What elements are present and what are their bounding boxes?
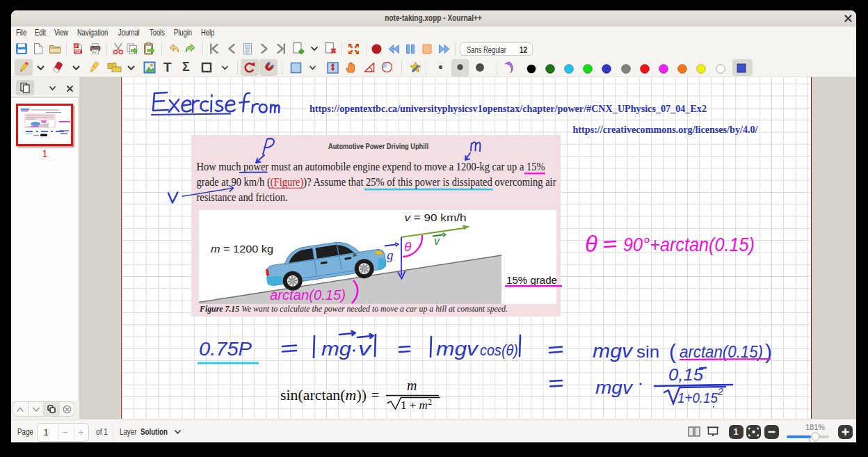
- svg-text:arctan(0.15): arctan(0.15): [270, 287, 346, 303]
- svg-text:1+0.15: 1+0.15: [677, 390, 718, 406]
- svg-text:mgv: mgv: [593, 341, 634, 362]
- svg-text:mgv: mgv: [436, 339, 479, 360]
- svg-text:Automotive Power Driving Uphil: Automotive Power Driving Uphill: [328, 142, 428, 150]
- svg-text:0,15: 0,15: [668, 365, 704, 384]
- svg-text:(: (: [669, 340, 676, 363]
- svg-text:PDF: PDF: [75, 50, 81, 54]
- svg-text:θ: θ: [585, 231, 597, 257]
- svg-text:sin(arctan(m)): sin(arctan(m)): [280, 387, 367, 403]
- svg-text:v: v: [434, 235, 440, 247]
- svg-text:m: m: [407, 378, 417, 393]
- svg-text:v = 90 km/h: v = 90 km/h: [404, 211, 466, 223]
- svg-text:How much power must an automob: How much power must an automobile engine…: [196, 160, 545, 173]
- svg-text:v: v: [358, 339, 372, 360]
- svg-text:=: =: [371, 387, 379, 403]
- svg-text:cos(θ): cos(θ): [480, 342, 518, 359]
- svg-text:sin: sin: [636, 342, 659, 361]
- svg-text:2: 2: [717, 386, 723, 397]
- svg-text:mgv: mgv: [595, 377, 634, 398]
- svg-text:90°+arctan(0.15): 90°+arctan(0.15): [623, 234, 755, 255]
- svg-text:grade at 90 km/h ((Figure))? A: grade at 90 km/h ((Figure))? Assume that…: [196, 175, 556, 189]
- svg-text:1 + m2: 1 + m2: [401, 397, 432, 412]
- svg-text:https://creativecommons.org/li: https://creativecommons.org/licenses/by/…: [572, 124, 758, 135]
- svg-text:m = 1200 kg: m = 1200 kg: [211, 243, 273, 255]
- svg-text:https://opentextbc.ca/universi: https://opentextbc.ca/universityphysicsv…: [310, 103, 707, 114]
- svg-text:15% grade: 15% grade: [506, 274, 557, 286]
- svg-text:0.75P: 0.75P: [199, 339, 252, 360]
- svg-text:resistance and friction.: resistance and friction.: [196, 191, 287, 204]
- svg-text:mg: mg: [321, 339, 351, 360]
- svg-text:arctan(0.15): arctan(0.15): [680, 342, 763, 361]
- svg-text:Figure 7.15 We want to calcula: Figure 7.15 We want to calculate the pow…: [199, 304, 508, 314]
- svg-text:θ: θ: [404, 239, 412, 254]
- svg-text:g: g: [387, 248, 394, 262]
